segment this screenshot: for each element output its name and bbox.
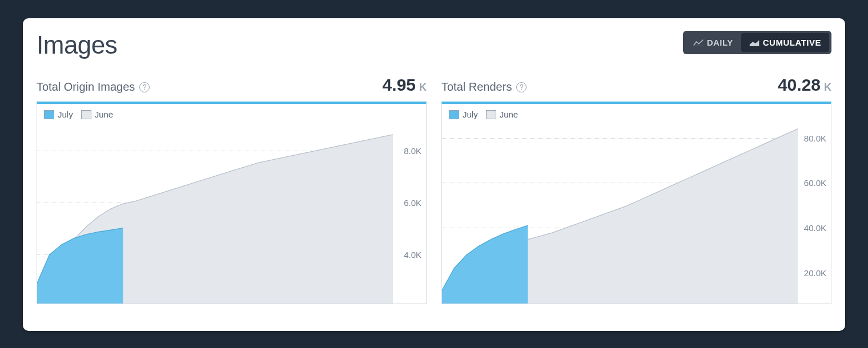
swatch-june (81, 110, 91, 119)
chart-title-left: Total Origin Images ? (37, 80, 150, 94)
metric-value: 40.28 (778, 75, 821, 95)
legend-label-july: July (58, 110, 73, 119)
help-icon[interactable]: ? (516, 82, 527, 92)
legend-item-june: June (486, 110, 519, 119)
series-area (37, 228, 123, 304)
chart-title-row: Total Renders ? 40.28 K (441, 75, 831, 95)
metric-unit: K (824, 82, 831, 94)
charts-row: Total Origin Images ? 4.95 K July Jun (37, 75, 831, 304)
y-tick-label: 60.0K (804, 178, 826, 188)
series-area (442, 225, 528, 304)
chart-metric: 40.28 K (778, 75, 831, 95)
chart-title-row: Total Origin Images ? 4.95 K (37, 75, 427, 95)
chart-box: July June 8.0K6.0K4.0K (37, 102, 427, 304)
chart-title: Total Origin Images (37, 80, 135, 94)
chart-card-origin-images: Total Origin Images ? 4.95 K July Jun (37, 75, 427, 304)
plot-area (37, 124, 393, 304)
line-chart-icon (693, 39, 704, 47)
legend-item-july: July (44, 110, 73, 119)
swatch-july (44, 110, 54, 119)
view-toggle: DAILY CUMULATIVE (683, 31, 831, 54)
y-tick-label: 20.0K (804, 268, 826, 277)
help-icon[interactable]: ? (139, 82, 150, 92)
y-tick-label: 80.0K (804, 133, 826, 143)
images-panel: Images DAILY CUMULATIVE (23, 18, 845, 331)
chart-title-left: Total Renders ? (441, 80, 527, 94)
metric-unit: K (419, 82, 427, 94)
legend-item-june: June (81, 110, 114, 119)
legend-label-july: July (463, 110, 478, 119)
chart-title: Total Renders (441, 80, 512, 94)
y-tick-label: 4.0K (404, 249, 421, 259)
chart-legend: July June (44, 110, 113, 119)
svg-marker-3 (750, 40, 760, 46)
y-tick-label: 40.0K (804, 223, 826, 233)
metric-value: 4.95 (383, 75, 416, 95)
page-title: Images (37, 31, 117, 59)
svg-point-1 (698, 43, 699, 44)
swatch-june (486, 110, 496, 119)
legend-item-july: July (449, 110, 478, 119)
cumulative-label: CUMULATIVE (763, 38, 821, 47)
y-tick-label: 6.0K (404, 197, 421, 207)
cumulative-toggle[interactable]: CUMULATIVE (741, 33, 829, 52)
panel-header: Images DAILY CUMULATIVE (37, 31, 831, 59)
chart-card-renders: Total Renders ? 40.28 K July June (441, 75, 831, 304)
legend-label-june: June (500, 110, 519, 119)
daily-toggle[interactable]: DAILY (685, 33, 741, 52)
chart-box: July June 80.0K60.0K40.0K20.0K (441, 102, 831, 304)
daily-label: DAILY (707, 38, 733, 47)
chart-metric: 4.95 K (383, 75, 427, 95)
chart-legend: July June (449, 110, 518, 119)
plot-area (442, 124, 798, 304)
legend-label-june: June (95, 110, 114, 119)
y-tick-label: 8.0K (404, 145, 421, 155)
svg-point-0 (696, 41, 697, 42)
area-chart-icon (749, 39, 760, 47)
swatch-july (449, 110, 459, 119)
